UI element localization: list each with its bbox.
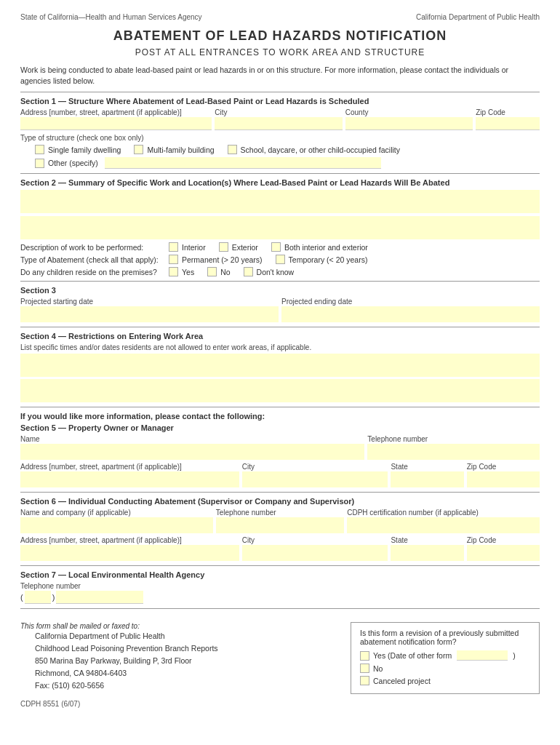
s6-name-company-input[interactable] xyxy=(20,517,213,533)
s6-state-col: State xyxy=(391,536,463,561)
section2-textarea1[interactable] xyxy=(20,190,540,213)
checkbox-multi-family[interactable]: Multi-family building xyxy=(134,145,214,154)
page-subtitle: POST AT ALL ENTRANCES TO WORK AREA AND S… xyxy=(20,47,540,57)
s5-name-label: Name xyxy=(20,435,364,443)
checkbox-school-box[interactable] xyxy=(228,145,237,154)
s6-telephone-col: Telephone number xyxy=(216,509,345,533)
revision-no[interactable]: No xyxy=(360,664,530,673)
checkbox-multi-family-box[interactable] xyxy=(134,145,143,154)
checkbox-yes[interactable]: Yes xyxy=(169,267,194,276)
s5-telephone-input[interactable] xyxy=(367,444,540,460)
mailing-line-3: Richmond, CA 94804-6403 xyxy=(35,667,343,680)
checkbox-no[interactable]: No xyxy=(207,267,230,276)
section7: Section 7 — Local Environmental Health A… xyxy=(20,570,540,604)
divider-s5s6 xyxy=(20,492,540,493)
revision-date-input[interactable] xyxy=(457,650,508,661)
checkbox-interior[interactable]: Interior xyxy=(169,242,206,252)
checkbox-temporary[interactable]: Temporary (< 20 years) xyxy=(276,255,368,264)
s5-zip-input[interactable] xyxy=(467,471,540,487)
s5-address-input[interactable] xyxy=(20,471,239,487)
divider-s1s2 xyxy=(20,173,540,174)
s6-zip-input[interactable] xyxy=(467,545,540,561)
checkbox-no-box[interactable] xyxy=(207,267,217,276)
checkbox-single-family-box[interactable] xyxy=(35,145,44,154)
s6-city-label: City xyxy=(242,536,388,544)
checkbox-temporary-box[interactable] xyxy=(276,255,285,264)
section2-textarea2[interactable] xyxy=(20,216,540,239)
s6-cdph-label: CDPH certification number (if applicable… xyxy=(347,509,540,517)
start-date-input[interactable] xyxy=(20,306,279,322)
s5-state-label: State xyxy=(391,463,463,471)
zip-label: Zip Code xyxy=(476,108,540,116)
checkbox-single-family[interactable]: Single family dwelling xyxy=(35,145,121,154)
address-input[interactable] xyxy=(20,117,212,130)
checkbox-exterior[interactable]: Exterior xyxy=(219,242,258,252)
checkbox-dont-know[interactable]: Don't know xyxy=(244,267,295,276)
s6-city-input[interactable] xyxy=(242,545,388,561)
city-col: City xyxy=(215,108,343,130)
s5-city-label: City xyxy=(242,463,388,471)
section1-header: Section 1 — Structure Where Abatement of… xyxy=(20,97,540,105)
s5-state-input[interactable] xyxy=(391,471,463,487)
city-label: City xyxy=(215,108,343,116)
s6-cdph-input[interactable] xyxy=(347,517,540,533)
s6-telephone-input[interactable] xyxy=(216,517,345,533)
checkbox-both-box[interactable] xyxy=(271,242,281,252)
s6-city-col: City xyxy=(242,536,388,561)
s5-telephone-col: Telephone number xyxy=(367,435,540,460)
zip-input[interactable] xyxy=(476,117,540,130)
section4-textarea1[interactable] xyxy=(20,354,540,377)
checkbox-interior-box[interactable] xyxy=(169,242,178,252)
address-label: Address [number, street, apartment (if a… xyxy=(20,108,212,116)
checkbox-other[interactable]: Other (specify) xyxy=(35,157,540,169)
revision-canceled-box[interactable] xyxy=(360,676,369,685)
s6-state-input[interactable] xyxy=(391,545,463,561)
section4-desc: List specific times and/or dates residen… xyxy=(20,343,540,351)
s5-state-col: State xyxy=(391,463,463,487)
section4: Section 4 — Restrictions on Entering Wor… xyxy=(20,332,540,402)
checkbox-permanent[interactable]: Permanent (> 20 years) xyxy=(169,255,263,264)
county-input[interactable] xyxy=(345,117,473,130)
revision-canceled[interactable]: Canceled project xyxy=(360,676,530,685)
checkbox-other-label: Other (specify) xyxy=(48,159,98,167)
abatement-label: Type of Abatement (check all that apply)… xyxy=(20,255,166,264)
s6-address-row: Address [number, street, apartment (if a… xyxy=(20,536,540,561)
section4-textarea2[interactable] xyxy=(20,379,540,402)
revision-yes[interactable]: Yes (Date of other form ) xyxy=(360,650,530,661)
checkbox-dont-know-box[interactable] xyxy=(244,267,253,276)
start-date-col: Projected starting date xyxy=(20,298,279,322)
revision-yes-label: Yes (Date of other form xyxy=(373,651,452,660)
checkbox-both[interactable]: Both interior and exterior xyxy=(271,242,368,252)
s6-top-row: Name and company (if applicable) Telepho… xyxy=(20,509,540,533)
zip-col: Zip Code xyxy=(476,108,540,130)
section5-contact-header: If you would like more information, plea… xyxy=(20,412,540,487)
revision-no-box[interactable] xyxy=(360,664,369,673)
s7-phone-row: ( ) xyxy=(20,591,540,604)
city-input[interactable] xyxy=(215,117,343,130)
s5-name-col: Name xyxy=(20,435,364,460)
contact-header: If you would like more information, plea… xyxy=(20,412,540,421)
s7-area-code-input[interactable] xyxy=(25,591,51,604)
children-row: Do any children reside on the premises? … xyxy=(20,267,540,276)
checkbox-yes-box[interactable] xyxy=(169,267,178,276)
revision-yes-box[interactable] xyxy=(360,651,369,661)
section1-address-row: Address [number, street, apartment (if a… xyxy=(20,108,540,130)
s5-name-input[interactable] xyxy=(20,444,364,460)
s6-address-input[interactable] xyxy=(20,545,239,561)
checkbox-permanent-box[interactable] xyxy=(169,255,178,264)
mailing-line-0: California Department of Public Health xyxy=(35,630,343,642)
abatement-row: Type of Abatement (check all that apply)… xyxy=(20,255,540,264)
checkbox-exterior-box[interactable] xyxy=(219,242,228,252)
section6-header: Section 6 — Individual Conducting Abatem… xyxy=(20,497,540,506)
checkbox-other-box[interactable] xyxy=(35,159,44,168)
s7-phone-number-input[interactable] xyxy=(56,591,143,604)
other-specify-input[interactable] xyxy=(105,157,381,169)
address-col: Address [number, street, apartment (if a… xyxy=(20,108,212,130)
s7-telephone-label: Telephone number xyxy=(20,582,540,590)
end-date-input[interactable] xyxy=(281,306,540,322)
mailing-section: This form shall be mailed or faxed to: C… xyxy=(20,616,343,694)
checkbox-dont-know-label: Don't know xyxy=(257,268,295,276)
checkbox-school[interactable]: School, daycare, or other child-occupied… xyxy=(228,145,400,154)
page-header: State of California—Health and Human Ser… xyxy=(20,13,540,21)
s5-city-input[interactable] xyxy=(242,471,388,487)
